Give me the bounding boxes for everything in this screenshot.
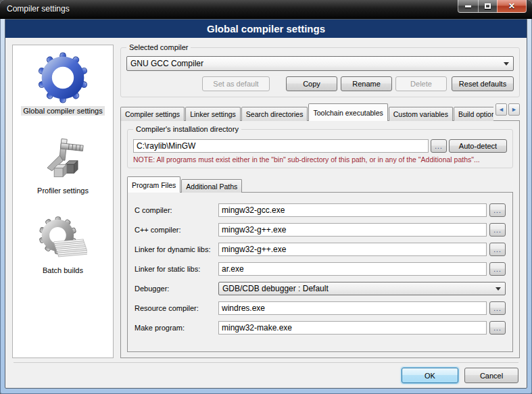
tab-linker-settings[interactable]: Linker settings — [185, 107, 241, 121]
tab-scroll-left-button[interactable]: ◄ — [495, 103, 507, 116]
page-title: Global compiler settings — [5, 20, 527, 38]
dialog-body: Global compiler settings — [5, 38, 527, 358]
minimize-icon — [465, 5, 471, 7]
sidebar-item-global-compiler-settings[interactable]: Global compiler settings — [21, 52, 104, 116]
resource-compiler-row: Resource compiler:... — [135, 301, 506, 315]
tab-build-options[interactable]: Build options — [454, 107, 493, 121]
sidebar-item-label: Profiler settings — [35, 186, 91, 195]
ok-button[interactable]: OK — [402, 368, 458, 383]
tab-program-files[interactable]: Program Files — [127, 176, 180, 193]
main-panel: Selected compiler GNU GCC Compiler Set a… — [120, 45, 520, 358]
selected-compiler-group: Selected compiler GNU GCC Compiler Set a… — [120, 47, 520, 97]
tab-scroll-right-button[interactable]: ► — [508, 103, 520, 116]
minimize-button[interactable] — [458, 0, 478, 13]
resource-compiler-browse-button[interactable]: ... — [489, 301, 506, 315]
tab-search-directories[interactable]: Search directories — [241, 107, 308, 121]
dialog-client: Global compiler settings — [5, 19, 527, 389]
cpp-compiler-browse-button[interactable]: ... — [489, 223, 506, 237]
chevron-down-icon — [495, 287, 501, 291]
copy-button[interactable]: Copy — [286, 76, 337, 91]
window-title: Compiler settings — [7, 4, 70, 14]
linker-dynamic-row: Linker for dynamic libs:... — [135, 243, 506, 256]
close-button[interactable]: ✕ — [497, 0, 527, 13]
debugger-select-value: GDB/CDB debugger : Default — [222, 284, 329, 293]
cpp-compiler-label: C++ compiler: — [135, 226, 218, 234]
make-program-browse-button[interactable]: ... — [489, 321, 506, 335]
maximize-button[interactable] — [478, 0, 497, 13]
c-compiler-browse-button[interactable]: ... — [489, 203, 506, 217]
reset-defaults-button[interactable]: Reset defaults — [452, 76, 514, 91]
browse-path-button[interactable]: ... — [431, 139, 447, 153]
tab-toolchain-executables[interactable]: Toolchain executables — [308, 103, 387, 121]
tab-additional-paths[interactable]: Additional Paths — [181, 179, 242, 193]
toolchain-executables-panel: Compiler's installation directory ... Au… — [120, 120, 520, 358]
titlebar[interactable]: Compiler settings ✕ — [0, 0, 532, 19]
rename-button[interactable]: Rename — [341, 76, 392, 91]
program-files-tabstrip: Program FilesAdditional Paths — [127, 176, 513, 193]
installation-path-input[interactable] — [133, 139, 429, 153]
linker-dynamic-browse-button[interactable]: ... — [489, 243, 506, 256]
inner-tabs-scroller: Program FilesAdditional Paths — [127, 175, 513, 193]
linker-static-row: Linker for static libs:... — [135, 262, 506, 276]
caliper-icon — [41, 136, 85, 183]
delete-button: Delete — [395, 76, 447, 91]
c-compiler-row: C compiler:... — [135, 203, 506, 217]
cpp-compiler-input[interactable] — [218, 223, 487, 237]
make-program-input[interactable] — [218, 321, 487, 335]
program-files-panel: C compiler:...C++ compiler:...Linker for… — [127, 192, 513, 352]
blue-gear-icon — [37, 52, 89, 103]
sidebar-item-label: Batch builds — [41, 266, 85, 275]
compiler-settings-window: Compiler settings ✕ Global compiler sett… — [0, 0, 532, 394]
linker-dynamic-input[interactable] — [218, 243, 487, 256]
c-compiler-label: C compiler: — [135, 206, 218, 214]
gray-gear-stack-icon — [39, 216, 87, 263]
resource-compiler-input[interactable] — [218, 301, 487, 315]
sidebar-item-label: Global compiler settings — [21, 106, 104, 116]
linker-dynamic-label: Linker for dynamic libs: — [135, 245, 218, 253]
auto-detect-button[interactable]: Auto-detect — [449, 139, 507, 153]
cpp-compiler-row: C++ compiler:... — [135, 223, 506, 237]
compiler-button-row: Set as defaultCopyRenameDeleteReset defa… — [126, 76, 514, 91]
linker-static-input[interactable] — [218, 262, 487, 276]
settings-sidebar: Global compiler settings — [12, 45, 114, 358]
resource-compiler-label: Resource compiler: — [135, 304, 218, 312]
maximize-icon — [485, 3, 491, 9]
dialog-footer: OK Cancel — [14, 362, 518, 388]
arrow-left-icon: ◄ — [498, 106, 504, 113]
sidebar-item-batch-builds[interactable]: Batch builds — [39, 216, 87, 275]
debugger-label: Debugger: — [135, 285, 218, 293]
tab-scroll-buttons: ◄ ► — [495, 103, 520, 116]
tabs-scroller: Compiler settingsLinker settingsSearch d… — [120, 103, 493, 121]
tab-compiler-settings[interactable]: Compiler settings — [120, 107, 185, 121]
make-program-label: Make program: — [135, 324, 218, 332]
cancel-button[interactable]: Cancel — [464, 368, 518, 383]
sidebar-item-profiler-settings[interactable]: Profiler settings — [35, 136, 91, 195]
compiler-select[interactable]: GNU GCC Compiler — [126, 56, 514, 71]
make-program-row: Make program:... — [135, 321, 506, 335]
c-compiler-input[interactable] — [218, 203, 487, 217]
set-as-default-button: Set as default — [202, 76, 270, 91]
arrow-right-icon: ► — [511, 106, 517, 113]
installation-path-row: ... Auto-detect — [133, 139, 507, 153]
selected-compiler-legend: Selected compiler — [126, 43, 191, 51]
debugger-select[interactable]: GDB/CDB debugger : Default — [218, 282, 506, 295]
installation-directory-legend: Compiler's installation directory — [133, 125, 241, 133]
compiler-select-value: GNU GCC Compiler — [130, 59, 203, 68]
linker-static-browse-button[interactable]: ... — [489, 262, 506, 276]
close-icon: ✕ — [508, 2, 515, 10]
caption-buttons: ✕ — [458, 0, 527, 13]
installation-note: NOTE: All programs must exist either in … — [133, 155, 507, 164]
tab-custom-variables[interactable]: Custom variables — [389, 107, 453, 121]
settings-tabstrip: Compiler settingsLinker settingsSearch d… — [120, 103, 520, 121]
installation-directory-group: Compiler's installation directory ... Au… — [127, 129, 513, 168]
linker-static-label: Linker for static libs: — [135, 265, 218, 273]
debugger-row: Debugger:GDB/CDB debugger : Default — [135, 282, 506, 295]
chevron-down-icon — [504, 62, 509, 66]
